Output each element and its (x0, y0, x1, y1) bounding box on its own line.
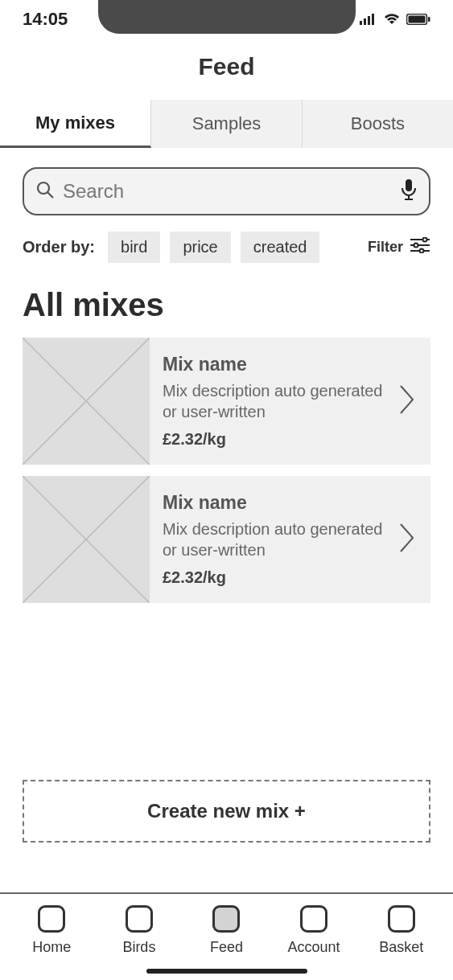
tab-boosts[interactable]: Boosts (303, 100, 453, 148)
status-time: 14:05 (23, 9, 68, 30)
order-chip-price[interactable]: price (170, 232, 230, 263)
status-indicators (360, 14, 430, 25)
nav-feed-label: Feed (210, 939, 243, 956)
signal-icon (360, 14, 377, 25)
create-new-mix-label: Create new mix + (147, 800, 306, 822)
svg-rect-1 (364, 18, 366, 25)
nav-home-icon (38, 905, 65, 933)
bottom-nav: Home Birds Feed Account Basket (0, 894, 453, 961)
nav-home[interactable]: Home (11, 905, 92, 956)
svg-rect-5 (409, 16, 426, 23)
nav-birds-label: Birds (122, 939, 155, 956)
home-indicator[interactable] (146, 969, 307, 974)
tabs-bar: My mixes Samples Boosts (0, 100, 453, 148)
nav-account[interactable]: Account (274, 905, 354, 956)
search-icon (35, 180, 55, 203)
order-by-label: Order by: (23, 238, 95, 256)
tab-samples[interactable]: Samples (151, 100, 303, 148)
nav-basket-icon (388, 905, 415, 933)
order-filter-row: Order by: bird price created Filter (0, 227, 453, 279)
nav-birds[interactable]: Birds (99, 905, 179, 956)
mix-description: Mix description auto generated or user-w… (163, 519, 384, 560)
mix-name: Mix name (163, 492, 384, 514)
mix-card[interactable]: Mix name Mix description auto generated … (23, 338, 430, 465)
mix-body: Mix name Mix description auto generated … (150, 481, 392, 598)
mix-price: £2.32/kg (163, 568, 384, 587)
nav-home-label: Home (32, 939, 71, 956)
filter-button[interactable]: Filter (368, 237, 430, 257)
nav-birds-icon (126, 905, 153, 933)
search-box[interactable] (23, 167, 430, 215)
mix-thumbnail (23, 338, 150, 465)
chevron-right-icon (392, 383, 430, 419)
battery-icon (406, 14, 430, 25)
nav-account-label: Account (288, 939, 340, 956)
nav-basket[interactable]: Basket (361, 905, 442, 956)
create-new-mix-button[interactable]: Create new mix + (23, 780, 430, 843)
order-chip-created[interactable]: created (241, 232, 320, 263)
search-container (0, 148, 453, 227)
tab-my-mixes[interactable]: My mixes (0, 100, 151, 148)
svg-point-15 (414, 244, 418, 248)
device-notch (98, 0, 356, 34)
search-input[interactable] (63, 180, 400, 203)
nav-feed-icon (212, 905, 240, 933)
sliders-icon (410, 237, 430, 257)
mix-card[interactable]: Mix name Mix description auto generated … (23, 476, 430, 603)
mix-list: Mix name Mix description auto generated … (0, 338, 453, 603)
section-title-all-mixes: All mixes (0, 279, 453, 338)
svg-rect-0 (360, 21, 362, 25)
svg-rect-2 (368, 16, 370, 25)
chevron-right-icon (392, 522, 430, 557)
mix-description: Mix description auto generated or user-w… (163, 380, 384, 422)
mix-name: Mix name (163, 354, 384, 375)
mic-icon[interactable] (400, 178, 418, 204)
mix-thumbnail (23, 476, 150, 603)
mix-body: Mix name Mix description auto generated … (150, 342, 392, 460)
mix-price: £2.32/kg (163, 430, 384, 449)
bottom-nav-container: Home Birds Feed Account Basket (0, 892, 453, 980)
filter-label: Filter (368, 239, 403, 256)
page-title: Feed (0, 39, 453, 100)
status-bar: 14:05 (0, 0, 453, 39)
svg-rect-3 (372, 14, 374, 25)
svg-point-13 (423, 238, 427, 242)
svg-rect-9 (406, 179, 412, 191)
order-chip-bird[interactable]: bird (108, 232, 160, 263)
nav-basket-label: Basket (379, 939, 423, 956)
svg-point-7 (38, 182, 49, 194)
wifi-icon (384, 14, 400, 25)
svg-rect-6 (428, 17, 430, 22)
svg-line-8 (47, 192, 53, 198)
nav-account-icon (300, 905, 327, 933)
svg-point-17 (420, 249, 424, 253)
nav-feed[interactable]: Feed (186, 905, 266, 956)
